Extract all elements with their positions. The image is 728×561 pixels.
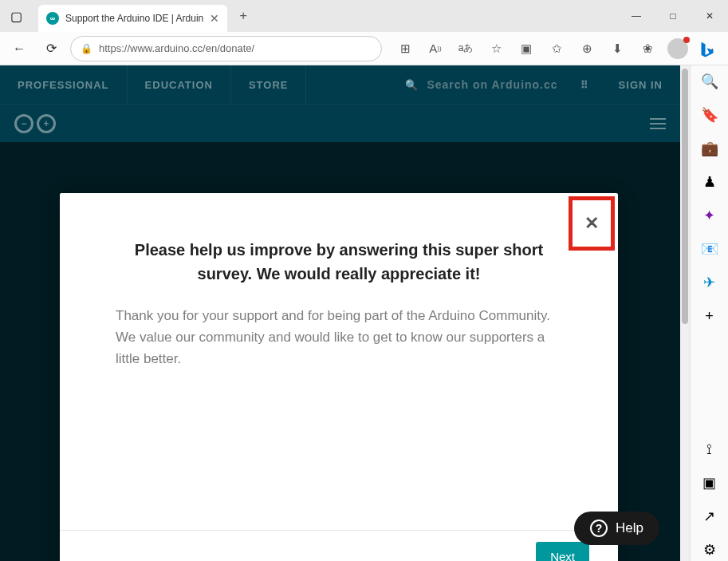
favorite-icon[interactable]: ☆ [482,36,510,61]
translate-icon[interactable]: aあ [452,36,479,61]
sidebar-search-icon[interactable]: 🔍 [698,70,721,93]
hamburger-menu[interactable] [650,118,666,129]
nav-store[interactable]: STORE [231,65,307,104]
sidebar-outlook-icon[interactable]: 📧 [698,238,721,260]
browser-toolbar: ← ⟳ 🔒 https://www.arduino.cc/en/donate/ … [0,32,728,65]
new-tab-button[interactable]: + [232,5,254,27]
minimize-button[interactable]: — [618,0,655,32]
bing-sidebar-toggle[interactable] [693,37,722,65]
close-window-button[interactable]: ✕ [691,0,728,32]
favorites-list-icon[interactable]: ✩ [543,36,570,61]
lock-icon: 🔒 [81,43,92,54]
read-aloud-icon[interactable]: A)) [422,36,449,61]
help-icon: ? [590,520,608,537]
apps-grid-icon[interactable]: ⠿ [569,79,601,91]
page-content: PROFESSIONAL EDUCATION STORE 🔍 Search on… [0,65,680,561]
vertical-scrollbar[interactable] [680,65,690,561]
logo-bar: − + [0,104,680,142]
downloads-icon[interactable]: ⬇ [604,36,631,61]
site-search[interactable]: 🔍 Search on Arduino.cc [394,78,569,91]
split-screen-icon[interactable]: ▣ [513,36,540,61]
sidebar-add-icon[interactable]: + [698,305,721,327]
titlebar: ▢ ∞ Support the Arduino IDE | Arduin ✕ +… [0,0,728,32]
arduino-logo[interactable]: − + [14,114,56,133]
sidebar-share-icon[interactable]: ↗ [698,505,721,527]
profile-avatar[interactable] [664,36,691,61]
close-icon: ✕ [584,213,599,234]
help-widget[interactable]: ? Help [574,512,659,545]
back-button[interactable]: ← [6,36,32,61]
modal-title: Please help us improve by answering this… [116,238,562,286]
performance-icon[interactable]: ❀ [634,36,661,61]
sidebar-tools-icon[interactable]: 💼 [698,137,721,160]
site-topnav: PROFESSIONAL EDUCATION STORE 🔍 Search on… [0,65,680,104]
tab-close-icon[interactable]: ✕ [210,12,219,25]
search-icon: 🔍 [405,79,419,91]
address-bar[interactable]: 🔒 https://www.arduino.cc/en/donate/ [70,36,382,61]
scrollbar-thumb[interactable] [682,69,688,324]
sidebar-settings-icon[interactable]: ⚙ [698,539,721,561]
apps-icon[interactable]: ⊞ [392,36,419,61]
next-button[interactable]: Next [536,542,589,561]
refresh-button[interactable]: ⟳ [38,36,64,61]
browser-tab[interactable]: ∞ Support the Arduino IDE | Arduin ✕ [38,5,227,32]
arduino-favicon: ∞ [46,12,59,25]
search-placeholder: Search on Arduino.cc [427,78,557,91]
signin-link[interactable]: SIGN IN [601,79,680,91]
url-text: https://www.arduino.cc/en/donate/ [99,42,372,54]
nav-education[interactable]: EDUCATION [128,65,231,104]
sidebar-shopping-icon[interactable]: 🔖 [698,104,721,126]
sidebar-split-icon[interactable]: ▣ [698,472,721,494]
window-controls: — □ ✕ [618,0,728,32]
help-label: Help [616,520,643,536]
maximize-button[interactable]: □ [655,0,691,32]
edge-sidebar: 🔍 🔖 💼 ♟ ✦ 📧 ✈ + ⟟ ▣ ↗ ⚙ [690,65,728,561]
tab-title: Support the Arduino IDE | Arduin [65,13,203,24]
collections-icon[interactable]: ⊕ [573,36,600,61]
tab-overview-button[interactable]: ▢ [6,6,26,26]
survey-modal: ✕ Please help us improve by answering th… [60,193,618,561]
sidebar-send-icon[interactable]: ✈ [698,271,721,294]
modal-text: Thank you for your support and for being… [116,305,562,370]
sidebar-snip-icon[interactable]: ⟟ [698,438,721,460]
modal-close-button[interactable]: ✕ [569,196,615,251]
nav-professional[interactable]: PROFESSIONAL [0,65,128,104]
sidebar-office-icon[interactable]: ✦ [698,204,721,227]
sidebar-games-icon[interactable]: ♟ [698,171,721,193]
